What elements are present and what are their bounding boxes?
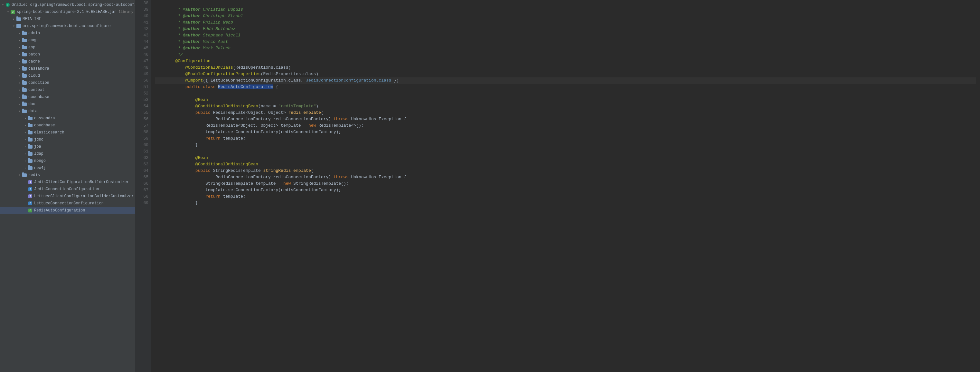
tree-arrow-amqp bbox=[18, 38, 22, 42]
dao-label: dao bbox=[28, 102, 35, 106]
line-num-43: 43 bbox=[138, 32, 148, 39]
folder-batch-icon bbox=[22, 53, 27, 56]
code-line-38: * @author Christian Dupuis bbox=[155, 0, 976, 6]
tree-arrow-data-ldap bbox=[23, 152, 28, 156]
tree-data-jpa[interactable]: jpa bbox=[0, 143, 135, 150]
line-num-44: 44 bbox=[138, 39, 148, 45]
folder-cache-icon bbox=[22, 60, 27, 64]
tree-data-cassandra[interactable]: cassandra bbox=[0, 115, 135, 122]
jedis-client-customizer-label: JedisClientConfigurationBuilderCustomize… bbox=[34, 180, 129, 184]
tree-org-pkg[interactable]: org.springframework.boot.autoconfigure bbox=[0, 22, 135, 30]
admin-label: admin bbox=[28, 31, 40, 35]
code-line-46: @Configuration bbox=[155, 51, 976, 58]
tree-data-neo4j[interactable]: neo4j bbox=[0, 164, 135, 171]
tree-arrow-batch bbox=[18, 53, 22, 56]
tree-cache[interactable]: cache bbox=[0, 58, 135, 65]
gradle-root-label: Gradle: org.springframework.boot:spring-… bbox=[11, 3, 135, 7]
code-editor: 38 39 40 41 42 43 44 45 46 47 48 49 50 5… bbox=[135, 0, 980, 372]
data-jdbc-label: jdbc bbox=[34, 137, 43, 142]
jar-suffix: library root bbox=[116, 10, 135, 14]
gradle-icon: G bbox=[5, 3, 10, 7]
class-jedis-conn-icon: C bbox=[28, 187, 33, 191]
line-num-46: 46 bbox=[138, 51, 148, 58]
line-num-50: 50 bbox=[138, 77, 148, 84]
tree-arrow-data-mongo bbox=[23, 159, 28, 163]
tree-data-couchbase[interactable]: couchbase bbox=[0, 122, 135, 129]
tree-arrow-cloud bbox=[18, 74, 22, 78]
tree-arrow-data-cassandra bbox=[23, 117, 28, 120]
folder-metainf-icon bbox=[16, 18, 21, 21]
tree-cloud[interactable]: cloud bbox=[0, 72, 135, 79]
tree-jedis-connection-config[interactable]: C JedisConnectionConfiguration bbox=[0, 186, 135, 193]
file-tree[interactable]: G Gradle: org.springframework.boot:sprin… bbox=[0, 0, 135, 372]
tree-data-jdbc[interactable]: jdbc bbox=[0, 136, 135, 143]
tree-arrow-context bbox=[18, 88, 22, 92]
tree-aop[interactable]: aop bbox=[0, 44, 135, 51]
cache-label: cache bbox=[28, 59, 40, 64]
tree-couchbase[interactable]: couchbase bbox=[0, 94, 135, 101]
folder-data-neo4j-icon bbox=[28, 166, 33, 170]
package-org-icon bbox=[16, 24, 21, 28]
tree-arrow-data-jpa bbox=[23, 145, 28, 148]
folder-data-jpa-icon bbox=[28, 145, 33, 148]
code-content[interactable]: * @author Christian Dupuis * @author Chr… bbox=[151, 0, 980, 372]
data-label: data bbox=[28, 109, 38, 113]
data-elasticsearch-label: elasticsearch bbox=[34, 130, 64, 135]
couchbase-label: couchbase bbox=[28, 95, 49, 99]
data-neo4j-label: neo4j bbox=[34, 166, 46, 170]
code-line-43: * @author Marco Aust bbox=[155, 32, 976, 39]
line-num-52: 52 bbox=[138, 90, 148, 97]
tree-arrow-root bbox=[1, 3, 5, 7]
org-pkg-label: org.springframework.boot.autoconfigure bbox=[22, 24, 111, 29]
tree-arrow-data-elasticsearch bbox=[23, 131, 28, 134]
folder-data-jdbc-icon bbox=[28, 138, 33, 142]
code-area[interactable]: 38 39 40 41 42 43 44 45 46 47 48 49 50 5… bbox=[135, 0, 980, 372]
tree-lettuce-client-customizer[interactable]: I LettuceClientConfigurationBuilderCusto… bbox=[0, 193, 135, 200]
tree-lettuce-connection-config[interactable]: C LettuceConnectionConfiguration bbox=[0, 200, 135, 207]
tree-data-mongo[interactable]: mongo bbox=[0, 157, 135, 164]
tree-arrow-dao bbox=[18, 102, 22, 106]
code-line-63: public StringRedisTemplate stringRedisTe… bbox=[155, 161, 976, 168]
tree-data-ldap[interactable]: ldap bbox=[0, 150, 135, 157]
line-num-65: 65 bbox=[138, 174, 148, 180]
tree-amqp[interactable]: amqp bbox=[0, 37, 135, 44]
tree-jedis-client-customizer[interactable]: I JedisClientConfigurationBuilderCustomi… bbox=[0, 179, 135, 186]
folder-data-mongo-icon bbox=[28, 159, 33, 163]
tree-cassandra[interactable]: cassandra bbox=[0, 65, 135, 72]
tree-arrow-orgpkg bbox=[11, 24, 16, 28]
cassandra-label: cassandra bbox=[28, 66, 49, 71]
tree-condition[interactable]: condition bbox=[0, 79, 135, 86]
line-num-60: 60 bbox=[138, 142, 148, 148]
jedis-connection-config-label: JedisConnectionConfiguration bbox=[34, 187, 99, 192]
tree-meta-inf[interactable]: META-INF bbox=[0, 16, 135, 22]
code-line-44: * @author Mark Paluch bbox=[155, 39, 976, 45]
line-num-57: 57 bbox=[138, 123, 148, 129]
code-line-61: @Bean bbox=[155, 148, 976, 155]
line-num-61: 61 bbox=[138, 148, 148, 155]
tree-context[interactable]: context bbox=[0, 86, 135, 94]
tree-dao[interactable]: dao bbox=[0, 101, 135, 108]
line-num-63: 63 bbox=[138, 161, 148, 168]
tree-batch[interactable]: batch bbox=[0, 51, 135, 58]
code-line-52: @Bean bbox=[155, 90, 976, 97]
tree-redis-auto-config[interactable]: C RedisAutoConfiguration bbox=[0, 207, 135, 214]
folder-data-couchbase-icon bbox=[28, 124, 33, 127]
tree-arrow-couchbase bbox=[18, 95, 22, 99]
tree-root-gradle[interactable]: G Gradle: org.springframework.boot:sprin… bbox=[0, 1, 135, 8]
line-num-66: 66 bbox=[138, 180, 148, 187]
tree-arrow-admin bbox=[18, 31, 22, 35]
tree-jar[interactable]: J spring-boot-autoconfigure-2.1.0.RELEAS… bbox=[0, 8, 135, 16]
code-line-59: } bbox=[155, 136, 976, 142]
line-num-54: 54 bbox=[138, 103, 148, 110]
tree-admin[interactable]: admin bbox=[0, 30, 135, 37]
redis-auto-config-label: RedisAutoConfiguration bbox=[34, 208, 85, 213]
code-line-39: * @author Christoph Strobl bbox=[155, 6, 976, 13]
interface-jedis-client-icon: I bbox=[28, 180, 33, 184]
tree-data[interactable]: data bbox=[0, 108, 135, 115]
tree-arrow-data-jdbc bbox=[23, 138, 28, 142]
code-line-42: * @author Stephane Nicoll bbox=[155, 26, 976, 32]
amqp-label: amqp bbox=[28, 38, 38, 43]
class-redis-auto-icon: C bbox=[28, 209, 33, 212]
tree-redis[interactable]: redis bbox=[0, 171, 135, 179]
tree-data-elasticsearch[interactable]: elasticsearch bbox=[0, 129, 135, 136]
